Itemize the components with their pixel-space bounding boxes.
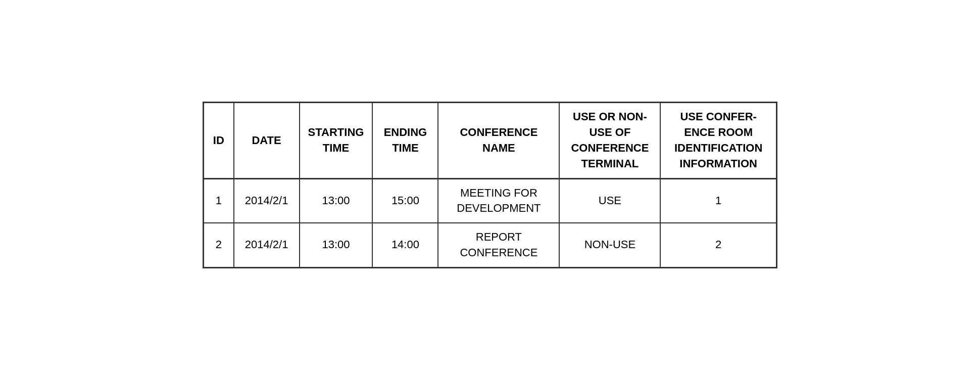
cell-room-id-2: 2: [660, 223, 776, 267]
cell-conf-name-2: REPORTCONFERENCE: [438, 223, 559, 267]
cell-use-2: NON-USE: [559, 223, 660, 267]
header-conference-name: CONFERENCENAME: [438, 103, 559, 178]
cell-starting-1: 13:00: [300, 178, 373, 223]
cell-starting-2: 13:00: [300, 223, 373, 267]
header-row: ID DATE STARTINGTIME ENDINGTIME CONFEREN…: [204, 103, 777, 178]
header-use-nonuse: USE OR NON-USE OFCONFERENCETERMINAL: [559, 103, 660, 178]
cell-conf-name-1: MEETING FORDEVELOPMENT: [438, 178, 559, 223]
cell-use-1: USE: [559, 178, 660, 223]
cell-id-2: 2: [204, 223, 234, 267]
conference-table: ID DATE STARTINGTIME ENDINGTIME CONFEREN…: [203, 102, 777, 268]
cell-id-1: 1: [204, 178, 234, 223]
cell-date-1: 2014/2/1: [234, 178, 300, 223]
header-ending-time: ENDINGTIME: [372, 103, 438, 178]
cell-ending-1: 15:00: [372, 178, 438, 223]
header-date: DATE: [234, 103, 300, 178]
table-row: 2 2014/2/1 13:00 14:00 REPORTCONFERENCE …: [204, 223, 777, 267]
table-row: 1 2014/2/1 13:00 15:00 MEETING FORDEVELO…: [204, 178, 777, 223]
table-wrapper: ID DATE STARTINGTIME ENDINGTIME CONFEREN…: [187, 86, 793, 283]
cell-room-id-1: 1: [660, 178, 776, 223]
header-room-id: USE CONFER-ENCE ROOMIDENTIFICATIONINFORM…: [660, 103, 776, 178]
header-starting-time: STARTINGTIME: [300, 103, 373, 178]
header-id: ID: [204, 103, 234, 178]
cell-ending-2: 14:00: [372, 223, 438, 267]
cell-date-2: 2014/2/1: [234, 223, 300, 267]
